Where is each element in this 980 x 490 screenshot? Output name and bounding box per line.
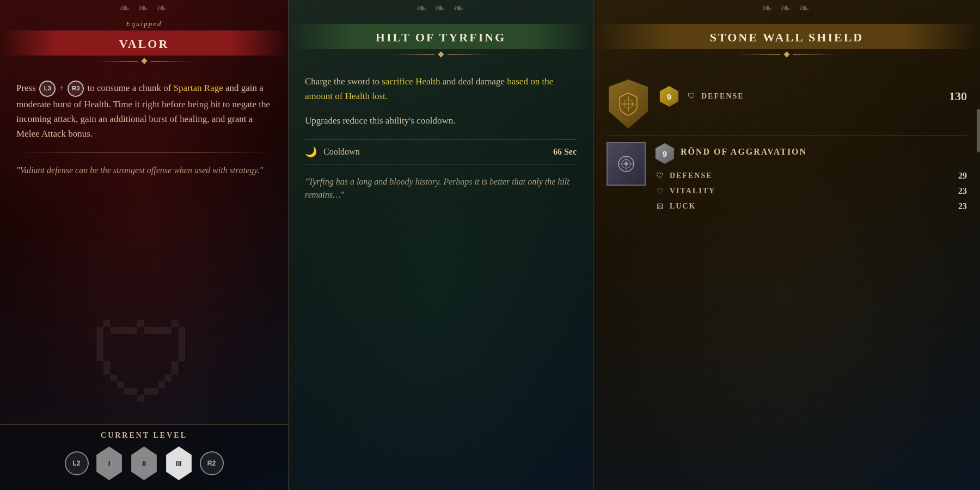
l3-button[interactable]: L3 [39,81,56,97]
equipped-badge: Equipped [0,16,288,30]
secondary-level-badge: 9 [654,143,675,164]
vitality-label: VITALITY [670,187,941,195]
current-level-section: CURRENT LEVEL L2 I II III R2 [0,424,288,490]
spartan-rage-highlight: Spartan Rage [174,83,223,93]
mid-desc-mid: and deal damage [443,76,505,87]
mid-title: HILT OF TYRFING [299,30,582,45]
main-item-icon [607,79,650,128]
divider-right-right [793,54,837,55]
defense-icon: 🛡 [654,171,665,180]
title-bg: VALOR [0,30,288,56]
luck-icon: ⚄ [654,202,665,211]
divider-left-mid [391,54,434,55]
stat-row-luck: ⚄ LUCK 23 [654,199,967,214]
r3-button[interactable]: R3 [68,81,84,97]
divider-left [94,61,138,62]
secondary-item-stats: 9 RÖND OF AGGRAVATION 🛡 DEFENSE 29 ♡ VIT… [654,142,967,214]
main-level-badge: 9 [659,86,679,107]
content-divider [16,152,272,153]
right-title-divider [593,49,980,60]
main-item-row: 9 🛡 DEFENSE 130 [607,73,967,136]
upgrade-text: Upgrades reduce this ability's cooldown. [305,113,577,128]
divider-diamond-right [783,51,789,57]
right-header: ❧ ❧ ❧ STONE WALL SHIELD [593,0,980,64]
left-header: ❧ ❧ ❧ Equipped VALOR [0,0,288,71]
shield-icon-large [607,79,650,128]
level-pip-1[interactable]: I [95,446,124,480]
divider-diamond-mid [438,51,444,57]
level-pip-3[interactable]: III [165,446,193,480]
celtic-decoration-mid: ❧ ❧ ❧ [289,0,593,16]
vitality-icon: ♡ [654,187,665,196]
l2-button[interactable]: L2 [65,451,89,475]
celtic-decoration: ❧ ❧ ❧ [0,0,288,16]
divider-right [151,61,194,62]
mid-description: Charge the sword to sacrifice Health and… [305,74,577,103]
right-panel: ❧ ❧ ❧ STONE WALL SHIELD [593,0,980,490]
mid-header: ❧ ❧ ❧ HILT OF TYRFING [289,0,593,64]
luck-value: 23 [945,201,967,211]
level-buttons: L2 I II III R2 [11,446,277,480]
left-title: VALOR [11,37,277,51]
quote-text: "Valiant defense can be the strongest of… [16,164,272,177]
stat-row-vitality: ♡ VITALITY 23 [654,183,967,199]
cooldown-label: Cooldown [323,145,547,159]
mid-desc-prefix: Charge the sword to [305,76,379,87]
moon-icon: 🌙 [305,144,317,160]
stat-row-defense: 🛡 DEFENSE 29 [654,168,967,183]
mid-panel: ❧ ❧ ❧ HILT OF TYRFING Charge the sword t… [289,0,593,490]
cooldown-row: 🌙 Cooldown 66 Sec [305,139,577,165]
description-text: Press L3 + R3 to consume a chunk of Spar… [16,81,272,142]
current-level-label: CURRENT LEVEL [11,431,277,440]
r2-button[interactable]: R2 [200,451,224,475]
celtic-decoration-right: ❧ ❧ ❧ [593,0,980,16]
cooldown-value: 66 Sec [553,145,577,159]
mid-quote: "Tyrfing has a long and bloody history. … [305,175,577,201]
main-item-stats: 9 🛡 DEFENSE 130 [659,79,967,107]
defense-icon-main: 🛡 [686,92,697,101]
secondary-item-name: RÖND OF AGGRAVATION [681,147,807,157]
bg-decoration: 🛡 [0,283,288,446]
luck-label: LUCK [670,202,941,211]
mid-highlight1: sacrifice Health [382,76,440,87]
secondary-item-icon [607,142,646,186]
mid-content: Charge the sword to sacrifice Health and… [289,64,593,211]
shield-icon-small [607,142,646,186]
right-title-bg: STONE WALL SHIELD [593,24,980,49]
vitality-value: 23 [945,186,967,196]
right-title: STONE WALL SHIELD [604,30,969,45]
divider-right-mid [448,54,491,55]
scrollbar[interactable] [977,109,980,152]
main-stat-value: 130 [945,89,967,103]
title-divider [0,56,288,66]
press-label: Press [16,83,36,93]
mid-title-divider [289,49,593,60]
left-content: Press L3 + R3 to consume a chunk of Spar… [0,71,288,187]
main-stat-row: 🛡 DEFENSE 130 [686,87,967,106]
left-panel: 🛡 ❧ ❧ ❧ Equipped VALOR Press L3 + R3 to … [0,0,289,490]
defense-label: DEFENSE [670,171,941,180]
desc-mid: to consume a chunk of [88,83,171,93]
level-pip-2[interactable]: II [130,446,158,480]
secondary-item-row: 9 RÖND OF AGGRAVATION 🛡 DEFENSE 29 ♡ VIT… [607,136,967,220]
main-stat-label: DEFENSE [701,92,941,101]
divider-diamond [141,58,147,64]
right-stats-section: 9 🛡 DEFENSE 130 [593,64,980,229]
mid-title-bg: HILT OF TYRFING [289,24,593,49]
divider-left-right [737,54,780,55]
defense-value: 29 [945,171,967,181]
